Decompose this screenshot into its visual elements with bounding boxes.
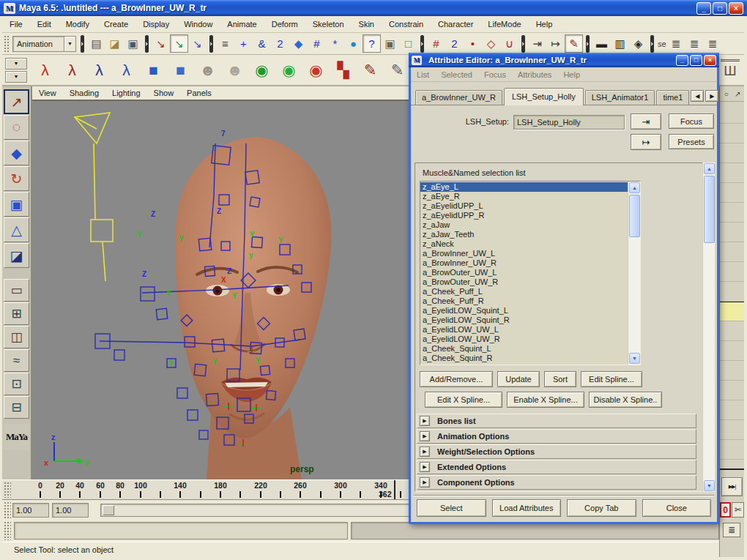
- selection-mask-icon[interactable]: +: [234, 34, 253, 53]
- menu-item[interactable]: File: [2, 17, 30, 31]
- list-item[interactable]: a_EyelidLOW_UW_L: [420, 325, 628, 335]
- channel-row[interactable]: [720, 282, 744, 302]
- list-item[interactable]: a_Cheek_Puff_R: [420, 296, 628, 306]
- selection-mask-icon[interactable]: □: [399, 34, 417, 53]
- viewport-menu-item[interactable]: Show: [147, 87, 181, 99]
- list-item[interactable]: a_BrowInner_UW_L: [420, 249, 628, 258]
- channel-row[interactable]: [720, 242, 744, 262]
- close-icon[interactable]: ×: [704, 55, 716, 66]
- tool-button[interactable]: ◌: [4, 115, 29, 140]
- shelf-item-icon[interactable]: λ: [59, 56, 86, 83]
- time-range-field[interactable]: 1.00: [52, 503, 89, 518]
- shelf-item-icon[interactable]: ☻: [221, 56, 248, 83]
- tool-button[interactable]: ↗: [4, 89, 29, 114]
- render-icon[interactable]: ◈: [629, 34, 647, 53]
- shelf-item-icon[interactable]: ◉: [248, 56, 275, 83]
- selection-mode-icon[interactable]: ↘: [152, 34, 170, 53]
- scroll-up-icon[interactable]: ▲: [629, 182, 640, 193]
- channel-row[interactable]: [720, 203, 744, 223]
- trash-icon[interactable]: Ш: [721, 59, 740, 81]
- window-titlebar[interactable]: M Maya 6.5: .\untitled --- a_BrowInner_U…: [0, 0, 747, 16]
- maximize-button[interactable]: □: [713, 2, 727, 15]
- viewport-menu-item[interactable]: Lighting: [105, 87, 147, 99]
- collapsed-section[interactable]: ▶ Bones list: [417, 414, 696, 428]
- toolbar-separator[interactable]: [145, 35, 149, 53]
- history-icon[interactable]: ⇥: [528, 34, 546, 53]
- layout-shortcut-button[interactable]: ⊞: [4, 302, 29, 325]
- panel-toggle-icon[interactable]: ≣: [685, 34, 704, 53]
- list-action-button[interactable]: Add/Remove...: [420, 371, 493, 387]
- selection-mask-icon[interactable]: ≡: [216, 34, 234, 53]
- focus-button[interactable]: Focus: [669, 113, 714, 129]
- editor-footer-button[interactable]: Copy Tab: [567, 499, 636, 517]
- shelf-item-icon[interactable]: ☻: [194, 56, 221, 83]
- toolbar-icon[interactable]: ▣: [124, 34, 142, 53]
- list-item[interactable]: z_aJaw: [420, 220, 628, 230]
- shelf-item-icon[interactable]: λ: [113, 56, 140, 83]
- command-input[interactable]: [14, 522, 348, 540]
- viewport-menu-item[interactable]: Panels: [180, 87, 218, 99]
- list-item[interactable]: a_Cheek_Squint_L: [420, 344, 628, 354]
- editor-scrollbar[interactable]: ▲ ▼: [702, 163, 715, 492]
- shelf-item-icon[interactable]: ▚: [330, 56, 357, 83]
- toolbar-separator[interactable]: [586, 35, 590, 53]
- maximize-button[interactable]: □: [690, 55, 702, 66]
- menu-item[interactable]: Edit: [30, 17, 59, 31]
- channel-row[interactable]: [720, 321, 744, 341]
- menu-item[interactable]: Focus: [478, 68, 512, 81]
- menu-item[interactable]: LifeMode: [480, 17, 528, 31]
- channel-row[interactable]: [720, 223, 744, 242]
- menu-item[interactable]: List: [411, 68, 435, 81]
- spline-action-button[interactable]: Enable X Spline...: [507, 392, 584, 408]
- tool-button[interactable]: ◪: [4, 243, 29, 268]
- scroll-down-icon[interactable]: ▼: [629, 353, 640, 364]
- selection-mode-icon[interactable]: ↘: [188, 34, 207, 53]
- menu-set-selector[interactable]: Animation ▼: [12, 36, 76, 52]
- spline-action-button[interactable]: Edit X Spline...: [425, 392, 502, 408]
- selection-mode-icon[interactable]: ↘: [170, 34, 188, 53]
- list-item[interactable]: a_Cheek_Squint_R: [420, 354, 628, 363]
- list-item[interactable]: a_EyelidLOW_Squint_L: [420, 306, 628, 316]
- expander-arrow-icon[interactable]: ▶: [420, 416, 430, 426]
- editor-footer-button[interactable]: Load Attributes: [492, 499, 562, 517]
- menu-item[interactable]: Skeleton: [305, 17, 352, 31]
- input-connection-icon[interactable]: ⇥: [631, 113, 661, 130]
- snap-icon[interactable]: •: [464, 34, 482, 53]
- tool-button[interactable]: △: [4, 217, 29, 242]
- node-name-field[interactable]: LSH_Setup_Holly: [513, 115, 625, 130]
- shelf-item-icon[interactable]: ✎: [357, 56, 384, 83]
- viewport-menu-item[interactable]: Shading: [63, 87, 105, 99]
- list-action-button[interactable]: Update: [497, 371, 540, 387]
- selection-mask-icon[interactable]: #: [308, 34, 326, 53]
- scroll-down-icon[interactable]: ▼: [704, 480, 715, 491]
- menu-item[interactable]: Help: [529, 17, 560, 31]
- presets-button[interactable]: Presets: [669, 134, 714, 149]
- snap-icon[interactable]: 2: [445, 34, 464, 53]
- toolbar-separator[interactable]: [521, 35, 525, 53]
- shelf-item-icon[interactable]: λ: [31, 56, 59, 83]
- panel-toggle-icon[interactable]: ≣: [704, 34, 722, 53]
- menu-item[interactable]: Modify: [59, 17, 97, 31]
- channel-row[interactable]: [720, 262, 744, 282]
- scrollbar-thumb[interactable]: [704, 176, 715, 243]
- circle-icon[interactable]: ○: [721, 89, 732, 99]
- collapsed-section[interactable]: ▶ Component Options: [417, 475, 696, 490]
- minimize-button[interactable]: _: [696, 2, 711, 15]
- close-button[interactable]: ×: [729, 2, 743, 15]
- toolbar-separator[interactable]: [650, 35, 654, 53]
- menu-item[interactable]: Help: [557, 68, 586, 81]
- channel-row[interactable]: [720, 104, 744, 124]
- expander-arrow-icon[interactable]: ▶: [420, 447, 430, 457]
- selection-mask-icon[interactable]: ◆: [289, 34, 308, 53]
- snap-icon[interactable]: #: [427, 34, 445, 53]
- menu-item[interactable]: Constrain: [382, 17, 431, 31]
- list-action-button[interactable]: Edit Spline...: [581, 371, 642, 387]
- snap-icon[interactable]: ∪: [500, 34, 519, 53]
- channel-row[interactable]: [720, 341, 744, 361]
- channel-row[interactable]: [720, 361, 744, 381]
- spline-action-button[interactable]: Disable X Spline..: [589, 392, 662, 408]
- channel-row[interactable]: [720, 183, 744, 203]
- shelf-item-icon[interactable]: ◉: [302, 56, 330, 83]
- node-tab[interactable]: LSH_Animator1: [585, 90, 655, 105]
- toolbar-icon[interactable]: ◪: [105, 34, 124, 53]
